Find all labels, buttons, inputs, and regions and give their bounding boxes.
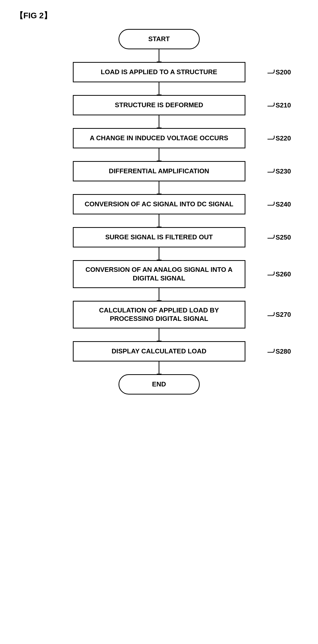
arrow-9: [159, 362, 159, 374]
step-wrapper-s210: STRUCTURE IS DEFORMED S210: [70, 95, 248, 115]
step-wrapper-s280: DISPLAY CALCULATED LOAD S280: [70, 341, 248, 362]
page-container: 【FIG 2】 START LOAD IS APPLIED TO A STRUC…: [0, 0, 318, 644]
step-row-s260: CONVERSION OF AN ANALOG SIGNAL INTO A DI…: [15, 260, 303, 288]
step-row-s220: A CHANGE IN INDUCED VOLTAGE OCCURS S220: [15, 128, 303, 148]
start-box: START: [119, 29, 200, 49]
connector-0: [15, 49, 303, 62]
step-label-s210: S210: [267, 101, 291, 109]
arrow-2: [159, 115, 159, 128]
arrow-1: [159, 82, 159, 95]
step-wrapper-s200: LOAD IS APPLIED TO A STRUCTURE S200: [70, 62, 248, 82]
step-row-s200: LOAD IS APPLIED TO A STRUCTURE S200: [15, 62, 303, 82]
step-label-s270: S270: [267, 311, 291, 319]
step-box-s220: A CHANGE IN INDUCED VOLTAGE OCCURS: [73, 128, 245, 148]
connector-8: [15, 328, 303, 341]
arrow-4: [159, 181, 159, 194]
step-box-s200: LOAD IS APPLIED TO A STRUCTURE: [73, 62, 245, 82]
step-label-s200: S200: [267, 68, 291, 76]
step-label-s240: S240: [267, 200, 291, 208]
start-row: START: [15, 29, 303, 49]
end-wrapper: END: [70, 374, 248, 395]
step-wrapper-s240: CONVERSION OF AC SIGNAL INTO DC SIGNAL S…: [70, 194, 248, 214]
connector-1: [15, 82, 303, 95]
connector-4: [15, 181, 303, 194]
step-label-s230: S230: [267, 167, 291, 175]
start-wrapper: START: [70, 29, 248, 49]
step-box-s280: DISPLAY CALCULATED LOAD: [73, 341, 245, 362]
arrow-3: [159, 148, 159, 161]
connector-3: [15, 148, 303, 161]
step-wrapper-s260: CONVERSION OF AN ANALOG SIGNAL INTO A DI…: [70, 260, 248, 288]
connector-2: [15, 115, 303, 128]
end-row: END: [15, 374, 303, 395]
connector-5: [15, 214, 303, 227]
arrow-8: [159, 328, 159, 341]
step-box-s260: CONVERSION OF AN ANALOG SIGNAL INTO A DI…: [73, 260, 245, 288]
step-box-s270: CALCULATION OF APPLIED LOAD BY PROCESSIN…: [73, 301, 245, 329]
step-row-s270: CALCULATION OF APPLIED LOAD BY PROCESSIN…: [15, 301, 303, 329]
connector-6: [15, 247, 303, 260]
step-row-s240: CONVERSION OF AC SIGNAL INTO DC SIGNAL S…: [15, 194, 303, 214]
flowchart: START LOAD IS APPLIED TO A STRUCTURE S20…: [15, 29, 303, 395]
step-box-s230: DIFFERENTIAL AMPLIFICATION: [73, 161, 245, 181]
step-row-s280: DISPLAY CALCULATED LOAD S280: [15, 341, 303, 362]
step-box-s210: STRUCTURE IS DEFORMED: [73, 95, 245, 115]
connector-7: [15, 288, 303, 301]
arrow-5: [159, 214, 159, 227]
step-wrapper-s250: SURGE SIGNAL IS FILTERED OUT S250: [70, 227, 248, 247]
arrow-7: [159, 288, 159, 301]
step-box-s250: SURGE SIGNAL IS FILTERED OUT: [73, 227, 245, 247]
step-wrapper-s220: A CHANGE IN INDUCED VOLTAGE OCCURS S220: [70, 128, 248, 148]
arrow-0: [159, 49, 159, 62]
step-row-s210: STRUCTURE IS DEFORMED S210: [15, 95, 303, 115]
step-box-s240: CONVERSION OF AC SIGNAL INTO DC SIGNAL: [73, 194, 245, 214]
step-row-s250: SURGE SIGNAL IS FILTERED OUT S250: [15, 227, 303, 247]
step-row-s230: DIFFERENTIAL AMPLIFICATION S230: [15, 161, 303, 181]
fig-label: 【FIG 2】: [15, 10, 303, 21]
connector-9: [15, 362, 303, 374]
end-box: END: [119, 374, 200, 395]
step-label-s220: S220: [267, 134, 291, 142]
step-wrapper-s230: DIFFERENTIAL AMPLIFICATION S230: [70, 161, 248, 181]
step-label-s280: S280: [267, 348, 291, 355]
step-label-s250: S250: [267, 233, 291, 241]
step-label-s260: S260: [267, 270, 291, 278]
arrow-6: [159, 247, 159, 260]
step-wrapper-s270: CALCULATION OF APPLIED LOAD BY PROCESSIN…: [70, 301, 248, 329]
